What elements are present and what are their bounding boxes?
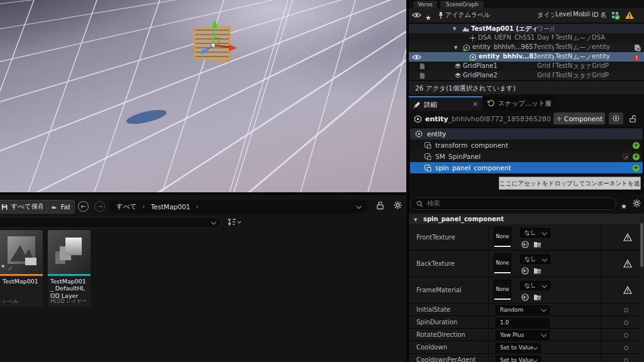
fab-button[interactable]: Fab: [46, 200, 75, 214]
component-row-spin-panel-selected[interactable]: spin_panel_component: [410, 162, 643, 173]
tab-snapshot-history[interactable]: スナップ...ット履歴: [483, 96, 553, 111]
use-selected-asset-icon[interactable]: [521, 241, 529, 248]
asset-tile-level[interactable]: * ✓ TestMap001 レベル: [0, 230, 43, 307]
property-search-input[interactable]: 検索: [410, 197, 616, 210]
unlock-icon[interactable]: [376, 201, 384, 210]
cell-id: GridP: [592, 72, 612, 79]
entity-view-button[interactable]: [609, 112, 623, 124]
viewport-grid-overlay: [0, 0, 406, 192]
outliner-row-testmap[interactable]: TestMap001 (エディタ) ワール: [409, 24, 644, 33]
browse-to-asset-icon[interactable]: [623, 153, 629, 160]
tab-verse[interactable]: Verse: [413, 0, 438, 8]
cell-level: TestN: [555, 72, 572, 79]
breadcrumb[interactable]: すべて TestMap001: [109, 200, 368, 213]
asset-picker-dropdown[interactable]: なし: [520, 228, 550, 238]
breadcrumb-chevron-down-icon[interactable]: [356, 204, 361, 209]
unlock-icon[interactable]: [629, 114, 636, 123]
cell-type: Day N: [537, 34, 554, 41]
breadcrumb-current[interactable]: TestMap001: [151, 203, 191, 211]
close-tab-icon[interactable]: [472, 100, 478, 108]
browse-folder-icon[interactable]: [533, 267, 541, 275]
details-scrollbar[interactable]: [640, 217, 643, 362]
level-mountain-icon: [0, 230, 43, 274]
asset-thumbnail-none[interactable]: None: [494, 280, 511, 300]
back-button[interactable]: ←: [78, 201, 89, 212]
column-item-label[interactable]: アイテムラベル: [445, 11, 533, 19]
asset-picker-dropdown[interactable]: なし: [520, 255, 550, 264]
component-row-mesh[interactable]: SM_SpinPanel: [410, 151, 643, 162]
outliner-row-gridplane2[interactable]: GridPlane2 Grid F TestN スタテ GridP: [409, 71, 644, 80]
outliner-row-entity-selected[interactable]: entity_bhhlv...8365280 entity TestN ムーノ …: [409, 52, 644, 62]
pin-icon[interactable]: [438, 11, 444, 19]
use-selected-asset-icon[interactable]: [521, 267, 529, 275]
add-component-button[interactable]: + Component: [553, 112, 605, 124]
asset-thumbnail-none[interactable]: None: [494, 227, 511, 248]
outliner-row-gridplane1[interactable]: GridPlane1 Grid F TestN スタテ GridP: [409, 62, 644, 71]
forward-button[interactable]: →: [94, 201, 105, 212]
outliner-row-dsa[interactable]: DSA_UEFN_Ch5S1_C0 Day N TestN ムーノ DSA_: [409, 33, 644, 43]
dropdown-value: なし: [525, 282, 536, 290]
add-subcomponent-icon[interactable]: [633, 153, 640, 160]
sort-options-icon[interactable]: [228, 218, 242, 226]
column-type[interactable]: タイプ: [537, 11, 554, 19]
spinduration-input[interactable]: 1.0: [496, 318, 550, 327]
cooldown-dropdown[interactable]: Set to Value: [496, 343, 541, 353]
expander-arrow-icon[interactable]: [453, 25, 456, 31]
3d-viewport[interactable]: [0, 0, 406, 192]
reset-to-default-icon[interactable]: [624, 333, 628, 337]
asset-tile-hlod[interactable]: TestMap001_ DefaultHLOD Layer HLOD レイヤー: [48, 230, 91, 307]
rotatedirection-dropdown[interactable]: Yaw Plus: [496, 331, 550, 340]
cell-mobility: スタテ: [573, 72, 591, 80]
add-subcomponent-icon[interactable]: [633, 142, 640, 149]
breadcrumb-root[interactable]: すべて: [116, 202, 136, 211]
column-level[interactable]: Level: [555, 11, 572, 18]
save-all-button[interactable]: すべて保存: [0, 200, 49, 214]
section-header-spin-panel[interactable]: spin_panel_component: [409, 214, 644, 225]
asset-type-label: HLOD レイヤー: [50, 298, 87, 305]
cooldownperagent-dropdown[interactable]: Set to Value: [496, 356, 541, 362]
reset-to-default-icon[interactable]: [624, 358, 628, 362]
selected-spin-panel-mesh[interactable]: [194, 26, 230, 62]
column-id-name[interactable]: ID 名: [592, 11, 611, 19]
favorites-filter-star-icon[interactable]: [621, 199, 627, 211]
browse-folder-icon[interactable]: [533, 241, 541, 248]
scrollbar-thumb[interactable]: [640, 223, 643, 267]
visibility-eye-icon[interactable]: [412, 12, 421, 18]
dropdown-value: なし: [525, 255, 536, 263]
path-filter-dropdown[interactable]: [0, 217, 221, 228]
property-label: Cooldown: [416, 344, 486, 351]
component-label: spin_panel_component: [435, 164, 511, 172]
tab-scenegraph[interactable]: SceneGraph: [440, 0, 485, 8]
entity-name-suffix: _bhhlvho0l8772_1858365280: [448, 115, 551, 123]
tab-snapshot-label: スナップ...ット履歴: [498, 99, 551, 108]
use-selected-asset-icon[interactable]: [521, 293, 529, 301]
asset-picker-dropdown[interactable]: なし: [520, 281, 550, 290]
outliner-row-entity-parent[interactable]: entity_bhhlvh...9657609 entity TestN ムーノ…: [409, 43, 644, 52]
save-all-label: すべて保存: [11, 202, 43, 211]
initialstate-dropdown[interactable]: Random: [496, 305, 550, 315]
expander-arrow-icon[interactable]: [454, 43, 457, 50]
column-mobility[interactable]: Mobili: [573, 11, 591, 18]
favorite-star-icon[interactable]: [425, 11, 431, 23]
browse-folder-icon[interactable]: [533, 293, 541, 301]
tab-details[interactable]: 詳細: [409, 96, 482, 111]
add-subcomponent-icon[interactable]: [633, 165, 640, 172]
component-row-transform[interactable]: transform_component: [410, 140, 643, 151]
asset-thumbnail-none[interactable]: None: [494, 253, 511, 274]
source-control-status-icon[interactable]: [611, 11, 620, 20]
reset-to-default-icon[interactable]: [624, 346, 628, 350]
warning-triangle-icon[interactable]: [625, 11, 635, 19]
reset-to-default-icon[interactable]: [624, 308, 628, 312]
dropdown-value: Random: [500, 307, 523, 313]
details-settings-gear-icon[interactable]: [633, 199, 641, 207]
property-row-fronttexture: FrontTexture None なし: [409, 224, 640, 251]
gizmo-x-arrowhead: [229, 45, 237, 52]
static-mesh-icon: [454, 72, 462, 79]
property-label: RotateDirection: [416, 331, 486, 338]
reset-to-default-icon[interactable]: [624, 321, 628, 325]
tab-details-label: 詳細: [424, 101, 437, 109]
component-root-row[interactable]: entity: [410, 128, 643, 140]
visibility-eye-icon[interactable]: [412, 54, 421, 60]
add-component-label: Component: [564, 115, 602, 123]
settings-gear-icon[interactable]: [394, 201, 402, 209]
